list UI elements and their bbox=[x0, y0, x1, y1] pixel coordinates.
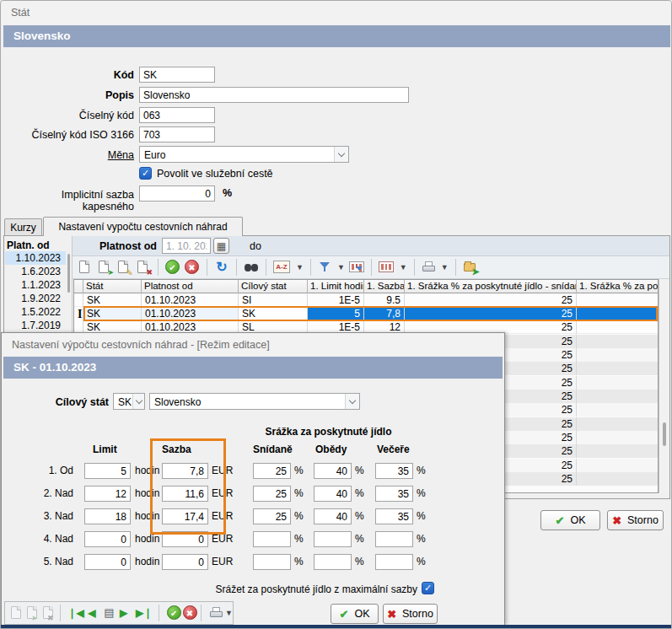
calendar-button[interactable]: ▦ bbox=[213, 238, 229, 254]
cilovy-stat-code-combobox[interactable]: SK bbox=[113, 393, 145, 410]
table-scrollbar[interactable] bbox=[659, 279, 669, 493]
accept-icon[interactable]: ✔ bbox=[167, 605, 178, 621]
obedy-field[interactable] bbox=[314, 531, 352, 547]
cancel-icon[interactable]: ✖ bbox=[183, 605, 194, 621]
list-item-date[interactable]: 1.5.2022 bbox=[5, 305, 66, 319]
list-item-date[interactable]: 1.6.2023 bbox=[5, 265, 66, 278]
copy-record-icon[interactable]: ➤ bbox=[97, 260, 112, 275]
delete-record-icon[interactable]: ✖ bbox=[41, 605, 52, 621]
cilovy-stat-name: Slovensko bbox=[154, 396, 201, 408]
limit-hodin-field[interactable] bbox=[84, 486, 131, 502]
tab-nastaveni-nahrad[interactable]: Nastavení vypočtu cestovních náhrad bbox=[43, 217, 243, 236]
povolit-checkbox[interactable]: ✓ bbox=[139, 167, 152, 180]
print-icon[interactable] bbox=[209, 605, 220, 621]
filter-dropdown-icon[interactable]: ▼ bbox=[337, 260, 345, 275]
snidane-field[interactable] bbox=[253, 486, 291, 502]
delete-record-icon[interactable]: ✖ bbox=[136, 260, 151, 275]
print-dropdown-icon[interactable]: ▼ bbox=[441, 260, 449, 275]
prev-record-icon[interactable]: ◀ bbox=[88, 605, 99, 621]
obedy-field[interactable] bbox=[314, 486, 352, 502]
table-row-selected[interactable]: I SK 01.10.2023 SK 5 7,8 25 bbox=[74, 307, 658, 320]
list-scrollbar-thumb[interactable] bbox=[67, 254, 70, 293]
snidane-field[interactable] bbox=[253, 463, 291, 479]
column-header[interactable]: Stát bbox=[83, 280, 142, 293]
record-list-icon[interactable]: ▤ bbox=[104, 605, 115, 621]
filter-icon[interactable] bbox=[318, 260, 333, 275]
list-item-date[interactable]: 1.7.2019 bbox=[5, 319, 66, 332]
filter-stats-icon[interactable] bbox=[349, 260, 364, 275]
obedy-field[interactable] bbox=[314, 463, 352, 479]
sort-dropdown-icon[interactable]: ▼ bbox=[296, 260, 304, 275]
column-header[interactable]: 1. Limit hodin bbox=[308, 280, 364, 293]
first-record-icon[interactable]: ❘◀ bbox=[67, 605, 83, 621]
columns-dropdown-icon[interactable]: ▼ bbox=[400, 260, 407, 275]
sazba-field[interactable] bbox=[162, 554, 208, 570]
copy-record-icon[interactable]: ➤ bbox=[25, 605, 36, 621]
column-header[interactable]: 1. Sazba bbox=[364, 280, 405, 293]
dialog-ok-button[interactable]: ✔ OK bbox=[331, 604, 379, 624]
obedy-field[interactable] bbox=[314, 508, 352, 524]
filter-date-input[interactable] bbox=[162, 238, 211, 254]
column-header[interactable]: 1. Srážka % za poskytnuté jídlo - snídan… bbox=[405, 280, 577, 293]
sazba-field[interactable] bbox=[162, 508, 208, 524]
list-item-date[interactable]: 1.10.2023 bbox=[5, 251, 66, 265]
columns-icon[interactable] bbox=[379, 260, 395, 275]
search-icon[interactable] bbox=[244, 260, 259, 275]
print-icon[interactable] bbox=[422, 260, 437, 275]
vecere-field[interactable] bbox=[375, 463, 413, 479]
new-record-icon[interactable] bbox=[78, 260, 93, 275]
snidane-field[interactable] bbox=[253, 508, 291, 524]
mena-label[interactable]: Měna bbox=[8, 149, 134, 161]
cilovy-stat-name-dropdown[interactable] bbox=[345, 394, 359, 409]
snidane-field[interactable] bbox=[253, 554, 291, 570]
dialog-storno-button[interactable]: ✖ Storno bbox=[383, 604, 438, 624]
iso-kod-field[interactable] bbox=[139, 126, 215, 142]
list-item-date[interactable]: 1.1.2023 bbox=[5, 278, 66, 292]
percent-unit: % bbox=[417, 533, 426, 545]
dialog-titlebar[interactable]: Nastavení výpočtu cestovních náhrad - [R… bbox=[2, 333, 504, 356]
list-item-date[interactable]: 1.9.2022 bbox=[5, 292, 66, 305]
next-record-icon[interactable]: ▶ bbox=[120, 605, 131, 621]
vecere-field[interactable] bbox=[375, 531, 413, 547]
last-record-icon[interactable]: ▶❘ bbox=[136, 605, 151, 621]
table-row[interactable]: SK 01.10.2023 SI 1E-5 9.5 25 bbox=[74, 293, 658, 307]
sazba-field[interactable] bbox=[162, 463, 208, 479]
sazba-field[interactable] bbox=[162, 531, 208, 547]
print-dropdown-icon[interactable]: ▼ bbox=[225, 605, 233, 621]
sort-icon[interactable]: A-Z bbox=[273, 260, 292, 275]
ciselny-kod-field[interactable] bbox=[139, 107, 215, 123]
limit-hodin-field[interactable] bbox=[84, 554, 131, 570]
kod-field[interactable] bbox=[139, 67, 215, 83]
vecere-field[interactable] bbox=[375, 508, 413, 524]
mena-combobox[interactable]: Euro bbox=[139, 146, 349, 163]
column-header[interactable]: Platnost od bbox=[142, 280, 239, 293]
column-header[interactable] bbox=[74, 280, 83, 293]
obedy-field[interactable] bbox=[314, 554, 352, 570]
cilovy-stat-code-dropdown[interactable] bbox=[132, 394, 144, 409]
column-header[interactable]: Cílový stat bbox=[239, 280, 308, 293]
accept-icon[interactable]: ✔ bbox=[165, 260, 180, 275]
snidane-field[interactable] bbox=[253, 531, 291, 547]
column-header[interactable]: 1. Srážka % za pos bbox=[577, 280, 659, 293]
tab-kurzy[interactable]: Kurzy bbox=[4, 218, 42, 236]
limit-hodin-field[interactable] bbox=[84, 531, 131, 547]
storno-button[interactable]: ✖ Storno bbox=[607, 510, 664, 530]
ok-button[interactable]: ✔ OK bbox=[540, 510, 600, 530]
cancel-icon[interactable]: ✖ bbox=[185, 260, 200, 275]
table-scrollbar-thumb[interactable] bbox=[663, 422, 666, 446]
kapesne-field[interactable] bbox=[139, 185, 215, 202]
cilovy-stat-name-combobox[interactable]: Slovensko bbox=[149, 393, 360, 410]
export-icon[interactable]: ➤ bbox=[463, 260, 478, 275]
srazet-checkbox[interactable]: ✓ bbox=[422, 582, 434, 594]
limit-hodin-field[interactable] bbox=[84, 463, 131, 479]
mena-dropdown-button[interactable] bbox=[334, 147, 348, 162]
edit-record-icon[interactable]: ✎ bbox=[116, 260, 132, 275]
refresh-icon[interactable]: ↻ bbox=[214, 260, 229, 275]
vecere-field[interactable] bbox=[375, 554, 413, 570]
vecere-field[interactable] bbox=[375, 486, 413, 502]
sazba-field[interactable] bbox=[162, 486, 208, 502]
popis-field[interactable] bbox=[139, 87, 409, 103]
window-titlebar[interactable]: Stát bbox=[1, 1, 672, 24]
limit-hodin-field[interactable] bbox=[84, 508, 131, 524]
new-record-icon[interactable] bbox=[9, 605, 20, 621]
